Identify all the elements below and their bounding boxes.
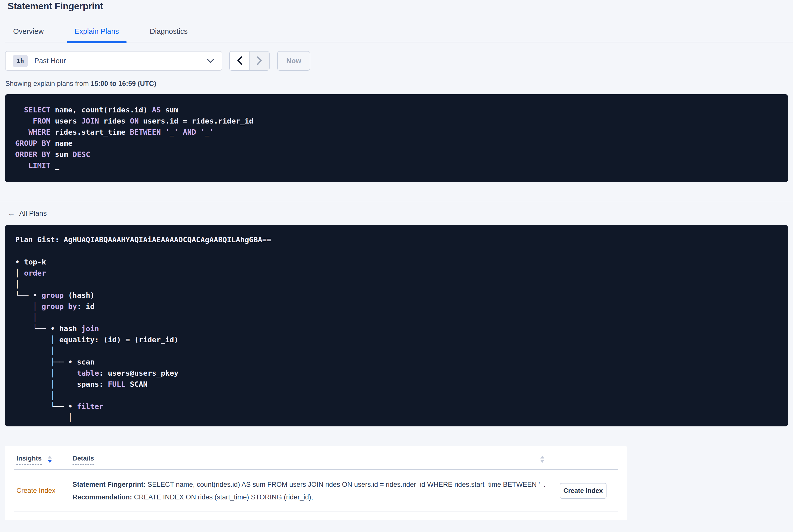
now-button[interactable]: Now — [277, 51, 310, 71]
code-token: │ — [15, 347, 55, 355]
code-line: │ — [15, 312, 778, 323]
code-token: AND — [183, 128, 196, 136]
code-line: │ equality: (id) = (rider_id) — [15, 334, 778, 345]
code-token: └── • — [15, 402, 77, 411]
code-token — [161, 128, 165, 136]
plan-code: Plan Gist: AgHUAQIABQAAAHYAQIAiAEAAAADCQ… — [15, 234, 778, 423]
code-token: order — [24, 269, 46, 278]
code-token: ' — [209, 128, 213, 136]
code-token: ├── • scan — [15, 358, 95, 366]
next-time-button[interactable] — [249, 52, 269, 70]
code-token: users — [51, 117, 81, 125]
code-token: table — [77, 369, 99, 377]
time-toolbar: 1h Past Hour Now — [5, 51, 788, 71]
code-token: join — [81, 324, 99, 333]
code-line: │ order — [15, 267, 778, 279]
code-line: │ — [15, 390, 778, 401]
code-token: │ — [15, 280, 19, 288]
code-token: │ — [15, 413, 73, 422]
action-cell: Create Index — [545, 483, 618, 499]
code-token: : id — [77, 302, 95, 311]
code-token: JOIN — [81, 117, 99, 125]
code-token: _ — [170, 128, 174, 136]
statement-fingerprint-page: Statement Fingerprint Overview Explain P… — [0, 1, 793, 520]
statement-fingerprint-detail: Statement Fingerprint: SELECT name, coun… — [73, 478, 545, 491]
detail-text: CREATE INDEX ON rides (start_time) STORI… — [132, 493, 313, 501]
code-token: │ — [15, 302, 42, 311]
code-line: │ — [15, 345, 778, 357]
code-token: ' — [174, 128, 178, 136]
code-line: └── • filter — [15, 401, 778, 412]
code-token: DESC — [73, 150, 90, 159]
column-header-insights[interactable]: Insights — [14, 454, 73, 465]
code-token: FROM — [15, 117, 51, 125]
sort-indicator-details[interactable] — [540, 456, 544, 463]
chevron-right-icon — [257, 56, 263, 66]
sort-desc-icon — [540, 460, 544, 463]
plan-gist-block: Plan Gist: AgHUAQIABQAAAHYAQIAiAEAAAADCQ… — [5, 225, 788, 426]
code-line: FROM users JOIN rides ON users.id = ride… — [15, 115, 778, 127]
code-token: BETWEEN — [130, 128, 161, 136]
table-header: Insights Details — [14, 446, 618, 470]
table-row: Create Index Statement Fingerprint: SELE… — [14, 470, 618, 512]
insight-type-link[interactable]: Create Index — [16, 487, 56, 495]
code-line: │ spans: FULL SCAN — [15, 379, 778, 390]
insights-table: Insights Details Create Index Statem — [5, 446, 627, 520]
details-cell: Statement Fingerprint: SELECT name, coun… — [73, 478, 545, 504]
code-token: sum — [51, 150, 73, 159]
code-token: GROUP BY — [15, 139, 51, 148]
recommendation-detail: Recommendation: CREATE INDEX ON rides (s… — [73, 491, 545, 504]
code-token: users.id = rides.rider_id — [139, 117, 253, 125]
all-plans-link[interactable]: ← All Plans — [7, 209, 47, 217]
code-token: Plan Gist: AgHUAQIABQAAAHYAQIAiAEAAAADCQ… — [15, 235, 271, 244]
code-line — [15, 245, 778, 256]
active-tab-underline — [67, 41, 127, 43]
code-token: group by — [42, 302, 77, 311]
code-token: rides — [99, 117, 130, 125]
code-token: (hash) — [64, 291, 95, 300]
code-token: └── • hash — [15, 324, 81, 333]
sql-statement-block: SELECT name, count(rides.id) AS sum FROM… — [5, 94, 788, 182]
column-header-details[interactable]: Details — [73, 454, 545, 465]
code-line: GROUP BY name — [15, 138, 778, 149]
tab-bar: Overview Explain Plans Diagnostics — [5, 24, 793, 42]
code-token: group — [42, 291, 64, 300]
code-token: _ — [51, 161, 59, 170]
code-line: • top-k — [15, 256, 778, 267]
showing-range: 15:00 to 16:59 (UTC) — [91, 80, 156, 88]
sort-desc-icon — [48, 460, 52, 463]
code-token: │ — [15, 369, 77, 377]
code-token: ORDER BY — [15, 150, 51, 159]
sql-code: SELECT name, count(rides.id) AS sum FROM… — [15, 104, 778, 171]
tab-label: Diagnostics — [150, 27, 188, 35]
code-line: ├── • scan — [15, 357, 778, 367]
table-footer — [14, 512, 618, 520]
code-token: WHERE — [15, 128, 51, 136]
create-index-button[interactable]: Create Index — [560, 483, 606, 499]
code-token: │ — [15, 313, 37, 322]
code-token: • top-k — [15, 258, 46, 266]
code-line: SELECT name, count(rides.id) AS sum — [15, 104, 778, 115]
code-line: LIMIT _ — [15, 160, 778, 171]
detail-text: SELECT name, count(rides.id) AS sum FROM… — [146, 481, 545, 488]
time-range-label: Past Hour — [34, 57, 66, 65]
code-line: Plan Gist: AgHUAQIABQAAAHYAQIAiAEAAAADCQ… — [15, 234, 778, 245]
code-token: rides.start_time — [51, 128, 130, 136]
code-token: AS — [152, 106, 161, 114]
time-range-select[interactable]: 1h Past Hour — [5, 51, 222, 71]
code-token: filter — [77, 402, 103, 411]
all-plans-label: All Plans — [19, 209, 47, 217]
tab-diagnostics[interactable]: Diagnostics — [142, 24, 195, 42]
page-title: Statement Fingerprint — [7, 1, 793, 12]
code-token: : users@users_pkey — [99, 369, 178, 377]
sort-indicator-insights[interactable] — [48, 456, 52, 463]
code-token: SELECT — [15, 106, 51, 114]
showing-prefix: Showing explain plans from — [5, 80, 91, 88]
code-line: └── • group (hash) — [15, 290, 778, 301]
detail-label: Statement Fingerprint: — [73, 481, 146, 488]
code-token: │ — [15, 391, 55, 400]
tab-overview[interactable]: Overview — [5, 24, 51, 42]
prev-time-button[interactable] — [230, 52, 249, 70]
code-token: │ equality: (id) = (rider_id) — [15, 336, 178, 344]
tab-explain-plans[interactable]: Explain Plans — [67, 24, 127, 42]
